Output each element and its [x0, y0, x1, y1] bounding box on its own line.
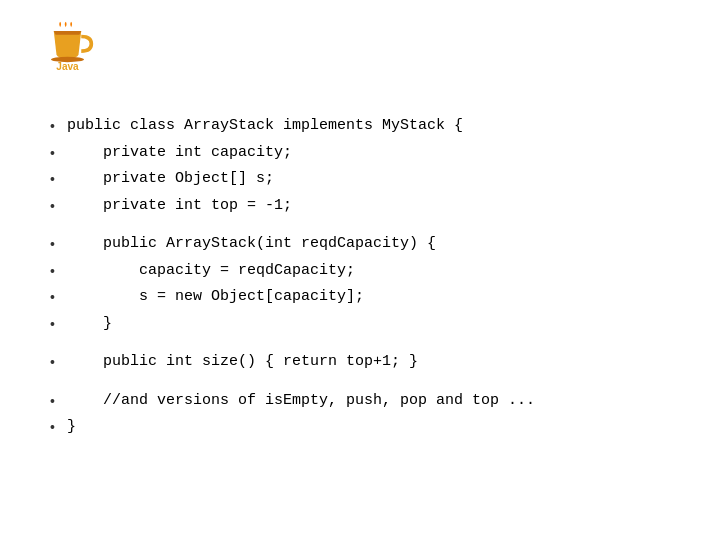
bullet-dot: • — [50, 419, 55, 435]
bullet-dot: • — [50, 263, 55, 279]
code-line: private Object[] s; — [67, 168, 274, 191]
java-logo-icon: Java — [40, 20, 95, 75]
code-line: } — [67, 313, 112, 336]
code-line: capacity = reqdCapacity; — [67, 260, 355, 283]
svg-text:Java: Java — [56, 61, 79, 72]
code-line: private int top = -1; — [67, 195, 292, 218]
bullet-item: • s = new Object[capacity]; — [50, 286, 680, 309]
bullet-item: • public ArrayStack(int reqdCapacity) { — [50, 233, 680, 256]
header: Java — [40, 20, 680, 85]
bullet-dot: • — [50, 198, 55, 214]
code-line: public int size() { return top+1; } — [67, 351, 418, 374]
spacer-4 — [50, 221, 680, 233]
bullet-item: • private int top = -1; — [50, 195, 680, 218]
bullet-item: • } — [50, 313, 680, 336]
content-area: •public class ArrayStack implements MySt… — [40, 115, 680, 439]
code-line: public ArrayStack(int reqdCapacity) { — [67, 233, 436, 256]
bullet-dot: • — [50, 289, 55, 305]
bullet-item: • capacity = reqdCapacity; — [50, 260, 680, 283]
code-line: private int capacity; — [67, 142, 292, 165]
bullet-dot: • — [50, 145, 55, 161]
code-line: public class ArrayStack implements MySta… — [67, 115, 463, 138]
bullet-dot: • — [50, 171, 55, 187]
bullet-item: •public class ArrayStack implements MySt… — [50, 115, 680, 138]
spacer-9 — [50, 339, 680, 351]
bullet-item: • private int capacity; — [50, 142, 680, 165]
bullet-dot: • — [50, 236, 55, 252]
slide: Java •public class ArrayStack implements… — [0, 0, 720, 540]
code-line: } — [67, 416, 76, 439]
bullet-dot: • — [50, 393, 55, 409]
code-line: //and versions of isEmpty, push, pop and… — [67, 390, 535, 413]
bullet-item: • private Object[] s; — [50, 168, 680, 191]
bullet-item: • public int size() { return top+1; } — [50, 351, 680, 374]
bullet-dot: • — [50, 316, 55, 332]
code-line: s = new Object[capacity]; — [67, 286, 364, 309]
bullet-item: •} — [50, 416, 680, 439]
bullet-dot: • — [50, 118, 55, 134]
bullet-item: • //and versions of isEmpty, push, pop a… — [50, 390, 680, 413]
bullet-dot: • — [50, 354, 55, 370]
spacer-11 — [50, 378, 680, 390]
